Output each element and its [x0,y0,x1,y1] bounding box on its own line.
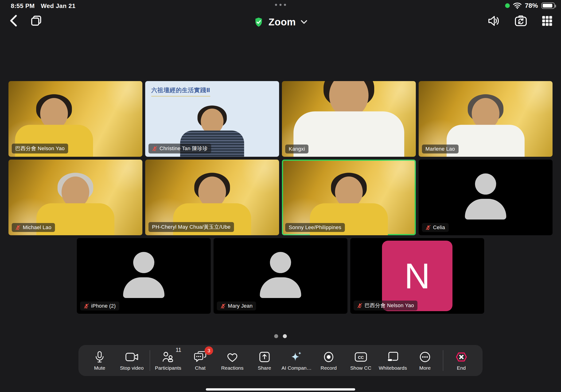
multitask-dots-indicator[interactable] [275,4,286,6]
muted-mic-icon [15,225,21,230]
switch-camera-button[interactable] [514,15,528,27]
clock-date: Wed Jan 21 [41,2,76,10]
toolbar-divider [150,350,150,371]
participant-name-label: Celia [422,223,449,232]
mic-in-use-green-dot [505,3,510,8]
app-title: Zoom [269,16,296,28]
participant-name-label: Kangxi [285,144,308,153]
participant-name-label: 巴西分會 Nelson Yao [12,144,68,153]
closed-captions-icon: CC [354,352,367,362]
participant-name-label: PH-Cheryl May Chua/黃玉立/Ube [149,222,234,232]
video-tile-mary-jean[interactable]: Mary Jean [214,238,347,314]
battery-percent: 78% [525,2,538,9]
participant-name-label: 巴西分會 Nelson Yao [354,301,418,310]
svg-text:CC: CC [358,355,364,360]
whiteboards-button[interactable]: Whiteboards [377,350,409,371]
muted-mic-icon [84,303,89,309]
participant-name-label: Mary Jean [217,302,256,310]
chat-button[interactable]: 3 Chat [184,350,216,371]
chat-unread-badge: 3 [205,346,213,355]
ai-sparkle-icon [290,351,303,363]
more-button[interactable]: More [409,350,441,371]
share-button[interactable]: Share [248,350,280,371]
participants-button[interactable]: 11 Participants [152,350,184,371]
participants-count: 11 [176,347,181,353]
show-cc-button[interactable]: CC Show CC [345,350,377,371]
home-indicator[interactable] [206,388,355,391]
video-tile-michael-lao[interactable]: Michael Lao [9,160,142,235]
avatar-placeholder-icon [260,252,301,298]
share-up-arrow-icon [259,351,270,363]
heart-icon [226,351,238,363]
video-camera-icon [125,352,139,362]
shared-slide-title: 六祖壇經的生活實踐Ⅱ [151,86,210,97]
muted-mic-icon [220,303,226,309]
participant-name-label: Christine Tan 陳珍珍 [149,144,211,153]
meeting-title-dropdown[interactable]: Zoom [0,11,561,33]
audio-output-button[interactable] [487,15,500,27]
video-tile-cheryl-may-chua[interactable]: PH-Cheryl May Chua/黃玉立/Ube [145,160,279,235]
more-ellipsis-icon [419,351,431,363]
muted-mic-icon [425,225,431,230]
chat-bubbles-icon [194,351,206,363]
video-tile-sonny-lee-active-speaker[interactable]: Sonny Lee/Philippines [282,160,416,235]
participant-name-label: Michael Lao [12,223,55,232]
participant-name-label: Marlene Lao [422,144,459,153]
video-tile-nelson-yao[interactable]: 巴西分會 Nelson Yao [9,81,142,157]
video-grid: 巴西分會 Nelson Yao 六祖壇經的生活實踐Ⅱ Christine Tan… [0,81,561,314]
page-dot-active [283,334,287,338]
meeting-toolbar: Mute Stop video 11 Participants [78,345,483,376]
video-tile-christine-tan[interactable]: 六祖壇經的生活實踐Ⅱ Christine Tan 陳珍珍 [145,81,279,157]
end-call-hexagon-icon [455,351,467,363]
microphone-icon [95,351,104,363]
muted-mic-icon [152,146,157,151]
muted-mic-icon [357,303,363,308]
mute-button[interactable]: Mute [84,350,116,371]
stop-video-button[interactable]: Stop video [116,350,148,371]
toolbar-divider [443,350,443,371]
battery-icon [541,2,555,9]
whiteboard-icon [387,351,399,363]
video-tile-marlene-lao[interactable]: Marlene Lao [419,81,552,157]
video-tile-nelson-yao-phone[interactable]: N 巴西分會 Nelson Yao [350,238,484,314]
participant-name-label: iPhone (2) [80,302,119,310]
video-tile-kangxi[interactable]: Kangxi [282,81,416,157]
video-tile-celia[interactable]: Celia [419,160,552,235]
security-shield-icon [253,16,264,28]
meeting-nav-bar: Zoom [0,11,561,33]
status-bar: 8:55 PM Wed Jan 21 78% [0,0,561,11]
avatar-placeholder-icon [123,252,164,298]
participant-name-label: Sonny Lee/Philippines [285,223,345,232]
video-tile-iphone-2[interactable]: iPhone (2) [77,238,211,314]
page-dots-indicator [274,334,287,338]
end-meeting-button[interactable]: End [445,350,477,371]
chevron-down-icon [301,20,308,24]
record-dot-icon [323,351,334,363]
reactions-button[interactable]: Reactions [216,350,248,371]
ai-companion-button[interactable]: AI Compan… [280,350,313,371]
gallery-view-button[interactable] [541,15,553,27]
wifi-icon [513,2,521,9]
page-dot [274,334,278,338]
record-button[interactable]: Record [313,350,345,371]
avatar-placeholder-icon [465,174,506,219]
participants-icon [162,351,174,363]
clock-time: 8:55 PM [11,2,35,10]
